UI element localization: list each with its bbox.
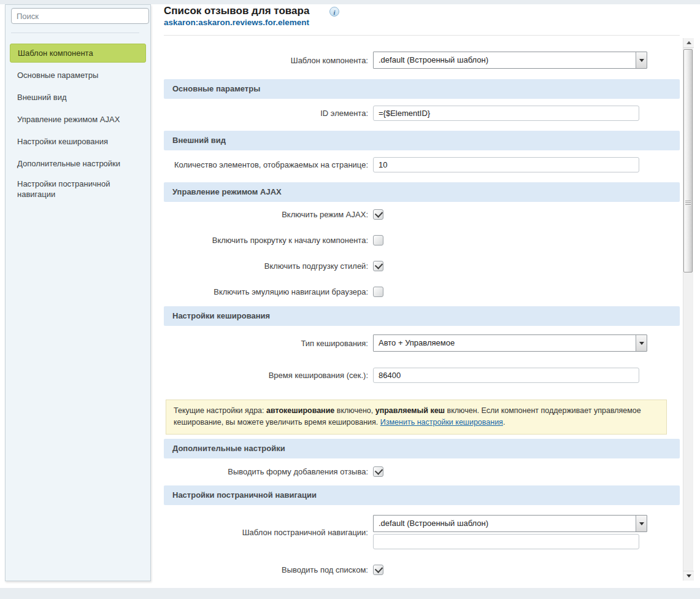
field-label: Время кеширования (сек.): xyxy=(164,371,373,380)
sidebar-divider xyxy=(11,33,139,33)
scrollbar-thumb[interactable] xyxy=(683,49,693,272)
sidebar-item-label: Управление режимом AJAX xyxy=(17,115,120,124)
dropdown-arrow-icon[interactable] xyxy=(636,52,647,68)
note-text: включено, xyxy=(334,406,375,415)
ajax-scroll-checkbox[interactable] xyxy=(373,235,383,245)
row-ajax-styles: Включить подгрузку стилей: xyxy=(164,261,680,271)
field-label: Включить эмуляцию навигации браузера: xyxy=(164,287,373,296)
sidebar-item-label: Настройки постраничной навигации xyxy=(17,179,139,199)
cache-time-input[interactable] xyxy=(373,368,639,383)
field-label: Шаблон постраничной навигации: xyxy=(164,528,373,537)
section-header-main: Основные параметры xyxy=(164,79,680,99)
page-size-input[interactable] xyxy=(373,157,639,172)
show-under-list-checkbox[interactable] xyxy=(373,565,383,575)
element-id-input[interactable] xyxy=(373,106,639,121)
section-header-cache: Настройки кеширования xyxy=(164,306,680,326)
row-pager-template: Шаблон постраничной навигации: .default … xyxy=(164,515,680,549)
sidebar-item-main-params[interactable]: Основные параметры xyxy=(10,64,146,86)
top-strip xyxy=(0,0,700,4)
ajax-mode-checkbox[interactable] xyxy=(373,209,383,220)
field-label: Включить подгрузку стилей: xyxy=(164,261,373,271)
sidebar-menu: Шаблон компонента Основные параметры Вне… xyxy=(10,42,146,204)
pager-template-controls: .default (Встроенный шаблон) xyxy=(373,515,647,549)
component-settings-page: Шаблон компонента Основные параметры Вне… xyxy=(0,0,700,599)
sidebar-item-label: Шаблон компонента xyxy=(18,48,93,58)
sidebar-item-cache[interactable]: Настройки кеширования xyxy=(10,130,146,152)
vertical-scrollbar[interactable] xyxy=(683,38,693,581)
row-element-id: ID элемента: xyxy=(164,105,680,121)
dropdown-arrow-icon[interactable] xyxy=(636,516,647,531)
field-label: Количество элементов, отображаемых на ст… xyxy=(164,160,373,169)
section-header-additional: Дополнительные настройки xyxy=(164,439,680,458)
header-divider xyxy=(164,35,680,36)
ajax-styles-checkbox[interactable] xyxy=(373,261,383,271)
row-page-size: Количество элементов, отображаемых на ст… xyxy=(164,157,680,172)
section-header-pager: Настройки постраничной навигации xyxy=(164,485,680,505)
page-title: Список отзывов для товара xyxy=(164,5,309,17)
row-cache-time: Время кеширования (сек.): xyxy=(164,367,680,383)
row-ajax-scroll: Включить прокрутку к началу компонента: xyxy=(164,235,680,245)
select-value: .default (Встроенный шаблон) xyxy=(374,52,636,68)
section-header-appearance: Внешний вид xyxy=(164,131,680,150)
component-code-link[interactable]: askaron:askaron.reviews.for.element xyxy=(164,18,309,27)
row-ajax-history: Включить эмуляцию навигации браузера: xyxy=(164,287,680,297)
select-value: .default (Встроенный шаблон) xyxy=(374,516,636,531)
sidebar-item-component-template[interactable]: Шаблон компонента xyxy=(10,44,146,63)
row-cache-type: Тип кеширования: Авто + Управляемое xyxy=(164,334,680,352)
info-icon[interactable]: i xyxy=(329,7,339,17)
sidebar-item-ajax[interactable]: Управление режимом AJAX xyxy=(10,108,146,130)
sidebar-item-appearance[interactable]: Внешний вид xyxy=(10,86,146,108)
field-label: Шаблон компонента: xyxy=(164,56,373,65)
pager-template-custom-input[interactable] xyxy=(373,534,639,549)
component-template-select[interactable]: .default (Встроенный шаблон) xyxy=(373,52,647,69)
scroll-up-icon[interactable] xyxy=(683,38,694,48)
show-add-form-checkbox[interactable] xyxy=(373,466,383,477)
note-bold: автокеширование xyxy=(266,406,334,415)
field-label: ID элемента: xyxy=(164,109,373,118)
note-text: Текущие настройки ядра: xyxy=(174,406,266,415)
sidebar-item-pager[interactable]: Настройки постраничной навигации xyxy=(10,174,146,204)
settings-sidebar: Шаблон компонента Основные параметры Вне… xyxy=(5,4,151,581)
section-header-ajax: Управление режимом AJAX xyxy=(164,182,680,202)
field-label: Выводить под списком: xyxy=(164,565,373,574)
row-show-under-list: Выводить под списком: xyxy=(164,565,680,575)
scrollbar-grip xyxy=(685,201,691,206)
field-label: Выводить форму добавления отзыва: xyxy=(164,467,373,476)
search-input[interactable] xyxy=(11,8,149,24)
cache-type-select[interactable]: Авто + Управляемое xyxy=(373,334,647,352)
field-label: Включить прокрутку к началу компонента: xyxy=(164,236,373,245)
row-ajax-mode: Включить режим AJAX: xyxy=(164,209,680,220)
sidebar-item-label: Основные параметры xyxy=(17,71,98,80)
note-bold: управляемый кеш xyxy=(375,406,445,415)
row-show-add-form: Выводить форму добавления отзыва: xyxy=(164,466,680,477)
sidebar-item-label: Внешний вид xyxy=(17,93,67,102)
note-text: . xyxy=(503,418,505,427)
change-cache-settings-link[interactable]: Изменить настройки кеширования xyxy=(380,418,503,427)
field-label: Тип кеширования: xyxy=(164,339,373,348)
scroll-down-icon[interactable] xyxy=(683,571,694,581)
cache-settings-note: Текущие настройки ядра: автокеширование … xyxy=(166,400,667,435)
row-component-template: Шаблон компонента: .default (Встроенный … xyxy=(164,52,680,69)
ajax-history-checkbox[interactable] xyxy=(373,287,383,297)
dropdown-arrow-icon[interactable] xyxy=(636,335,647,351)
pager-template-select[interactable]: .default (Встроенный шаблон) xyxy=(373,515,647,532)
sidebar-item-label: Настройки кеширования xyxy=(17,137,108,146)
footer-strip xyxy=(0,588,700,599)
select-value: Авто + Управляемое xyxy=(374,335,636,351)
field-label: Включить режим AJAX: xyxy=(164,210,373,219)
sidebar-item-label: Дополнительные настройки xyxy=(17,159,120,168)
sidebar-item-additional[interactable]: Дополнительные настройки xyxy=(10,152,146,174)
